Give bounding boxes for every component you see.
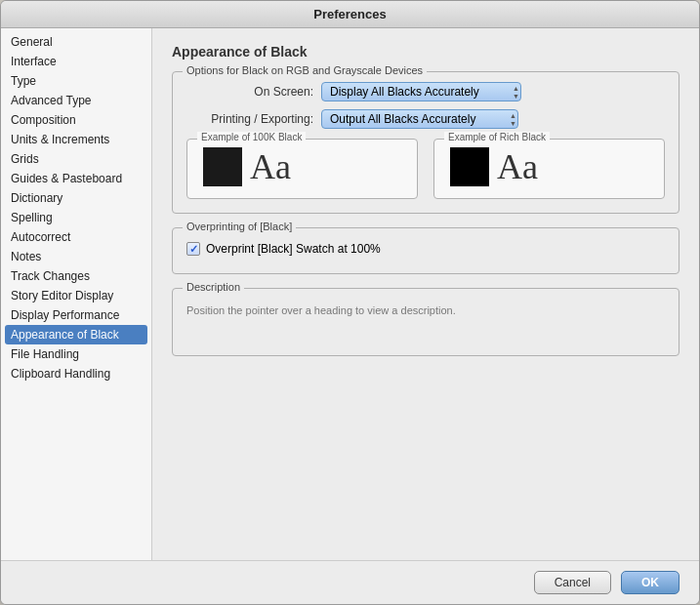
examples-row: Example of 100K Black Aa Example of Rich… — [186, 139, 665, 199]
overprint-label: Overprint [Black] Swatch at 100% — [206, 242, 381, 256]
sidebar-item-general[interactable]: General — [1, 32, 151, 52]
sidebar-item-grids[interactable]: Grids — [1, 149, 151, 169]
sidebar-item-display-performance[interactable]: Display Performance — [1, 305, 151, 325]
description-title: Description — [183, 281, 244, 293]
title-bar: Preferences — [1, 1, 699, 28]
preferences-dialog: Preferences GeneralInterfaceTypeAdvanced… — [0, 0, 700, 605]
overprinting-group: Overprinting of [Black] Overprint [Black… — [172, 227, 679, 274]
overprinting-group-title: Overprinting of [Black] — [183, 221, 296, 232]
sidebar-item-guides-pasteboard[interactable]: Guides & Pasteboard — [1, 169, 151, 188]
sidebar-item-interface[interactable]: Interface — [1, 52, 151, 71]
rich-black-square — [450, 147, 489, 186]
description-placeholder: Position the pointer over a heading to v… — [186, 304, 665, 316]
printing-select-wrapper: Output All Blacks AccuratelyOutput All B… — [321, 109, 518, 129]
sidebar-item-dictionary[interactable]: Dictionary — [1, 188, 151, 208]
overprint-checkbox[interactable] — [186, 242, 200, 256]
100k-example-text: Aa — [250, 149, 291, 184]
sidebar-item-clipboard-handling[interactable]: Clipboard Handling — [1, 364, 151, 383]
printing-select[interactable]: Output All Blacks AccuratelyOutput All B… — [321, 109, 518, 129]
cancel-button[interactable]: Cancel — [534, 571, 611, 594]
sidebar-item-composition[interactable]: Composition — [1, 110, 151, 130]
sidebar-item-type[interactable]: Type — [1, 71, 151, 91]
page-title: Appearance of Black — [172, 44, 679, 60]
onscreen-select[interactable]: Display All Blacks AccuratelyDisplay All… — [321, 82, 521, 101]
example-rich-title: Example of Rich Black — [444, 132, 550, 142]
sidebar-item-spelling[interactable]: Spelling — [1, 208, 151, 227]
dialog-footer: Cancel OK — [1, 560, 699, 604]
example-100k: Example of 100K Black Aa — [186, 139, 418, 199]
example-rich: Example of Rich Black Aa — [433, 139, 665, 199]
sidebar-item-file-handling[interactable]: File Handling — [1, 344, 151, 364]
sidebar-item-notes[interactable]: Notes — [1, 247, 151, 266]
main-content: Appearance of Black Options for Black on… — [152, 28, 699, 560]
printing-row: Printing / Exporting: Output All Blacks … — [186, 109, 665, 129]
printing-label: Printing / Exporting: — [186, 112, 313, 126]
rich-example-text: Aa — [497, 149, 538, 184]
overprint-row: Overprint [Black] Swatch at 100% — [186, 238, 665, 260]
onscreen-select-wrapper: Display All Blacks AccuratelyDisplay All… — [321, 82, 521, 101]
sidebar-item-story-editor-display[interactable]: Story Editor Display — [1, 286, 151, 305]
100k-black-square — [203, 147, 242, 186]
sidebar-item-autocorrect[interactable]: Autocorrect — [1, 227, 151, 247]
example-100k-title: Example of 100K Black — [197, 132, 306, 142]
onscreen-row: On Screen: Display All Blacks Accurately… — [186, 82, 665, 101]
onscreen-label: On Screen: — [186, 85, 313, 99]
sidebar-item-units-increments[interactable]: Units & Increments — [1, 130, 151, 149]
dialog-body: GeneralInterfaceTypeAdvanced TypeComposi… — [1, 28, 699, 560]
options-group-title: Options for Black on RGB and Grayscale D… — [183, 64, 427, 76]
ok-button[interactable]: OK — [621, 571, 679, 594]
dialog-title: Preferences — [313, 7, 386, 21]
sidebar-item-appearance-of-black[interactable]: Appearance of Black — [5, 325, 147, 344]
sidebar: GeneralInterfaceTypeAdvanced TypeComposi… — [1, 28, 152, 560]
sidebar-item-advanced-type[interactable]: Advanced Type — [1, 91, 151, 110]
description-group: Description Position the pointer over a … — [172, 288, 679, 356]
sidebar-item-track-changes[interactable]: Track Changes — [1, 266, 151, 286]
options-group: Options for Black on RGB and Grayscale D… — [172, 71, 679, 214]
